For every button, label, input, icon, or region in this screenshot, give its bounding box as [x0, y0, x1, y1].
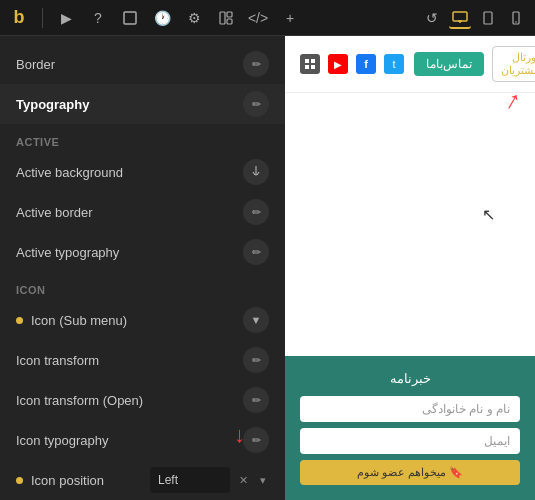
typography-edit-btn[interactable]: ✏ — [243, 91, 269, 117]
active-border-label: Active border — [16, 205, 243, 220]
footer-title: خبرنامه — [300, 371, 520, 386]
icon-position-chevron[interactable]: ▾ — [257, 472, 269, 489]
top-toolbar: b ▶ ? 🕐 ⚙ </> + ↺ — [0, 0, 535, 36]
site-nav-dropdown[interactable]: ▾ ارتباط با ما پورتال مشتریان — [492, 46, 535, 82]
site-footer-section: خبرنامه نام و نام خانوادگی ایمیل 🔖 میخوا… — [285, 356, 535, 500]
svg-rect-2 — [227, 12, 232, 17]
sidebar-item-icon-typography[interactable]: Icon typography ↓ ✏ — [0, 420, 285, 460]
site-preview: ▶ f t تماس‌باما ▾ ارتباط با ما پورتال مش… — [285, 36, 535, 500]
settings-button[interactable]: ⚙ — [183, 7, 205, 29]
play-button[interactable]: ▶ — [55, 7, 77, 29]
tablet-view-button[interactable] — [477, 7, 499, 29]
pages-button[interactable] — [119, 7, 141, 29]
refresh-button[interactable]: ↺ — [421, 7, 443, 29]
icon-submenu-chevron[interactable]: ▼ — [243, 307, 269, 333]
sidebar-item-icon-submenu[interactable]: Icon (Sub menu) ▼ — [0, 300, 285, 340]
sidebar-item-icon-transform-open[interactable]: Icon transform (Open) ✏ — [0, 380, 285, 420]
contact-button[interactable]: تماس‌باما — [414, 52, 484, 76]
border-label: Border — [16, 57, 243, 72]
add-button[interactable]: + — [279, 7, 301, 29]
youtube-icon: ▶ — [328, 54, 348, 74]
site-social-icons: ▶ f t — [300, 54, 404, 74]
red-arrow-icon: ↓ — [234, 422, 245, 448]
sidebar-item-active-bg[interactable]: Active background — [0, 152, 285, 192]
typography-label: Typography — [16, 97, 243, 112]
icon-transform-open-edit-btn[interactable]: ✏ — [243, 387, 269, 413]
icon-position-label: Icon position — [31, 473, 150, 488]
sidebar-item-active-border[interactable]: Active border ✏ — [0, 192, 285, 232]
active-typography-label: Active typography — [16, 245, 243, 260]
icon-typography-edit-btn[interactable]: ✏ — [243, 427, 269, 453]
site-header: ▶ f t تماس‌باما ▾ ارتباط با ما پورتال مش… — [285, 36, 535, 93]
border-edit-btn[interactable]: ✏ — [243, 51, 269, 77]
footer-email-input[interactable]: ایمیل — [300, 428, 520, 454]
svg-rect-11 — [311, 59, 315, 63]
left-sidebar: Border ✏ Typography ✏ ACTIVE Active back… — [0, 36, 285, 500]
svg-rect-0 — [124, 12, 136, 24]
svg-rect-4 — [453, 12, 467, 21]
svg-rect-10 — [305, 59, 309, 63]
icon-submenu-dot — [16, 317, 23, 324]
sidebar-item-border[interactable]: Border ✏ — [0, 44, 285, 84]
footer-name-input[interactable]: نام و نام خانوادگی — [300, 396, 520, 422]
history-button[interactable]: 🕐 — [151, 7, 173, 29]
svg-rect-7 — [484, 12, 492, 24]
svg-rect-12 — [305, 65, 309, 69]
code-button[interactable]: </> — [247, 7, 269, 29]
icon-position-dot — [16, 477, 23, 484]
icon-position-clear-btn[interactable]: ✕ — [236, 472, 251, 489]
desktop-view-button[interactable] — [449, 7, 471, 29]
sidebar-item-active-typography[interactable]: Active typography ✏ — [0, 232, 285, 272]
cursor-icon: ↖ — [482, 205, 495, 224]
icon-submenu-label: Icon (Sub menu) — [31, 313, 243, 328]
icon-transform-label: Icon transform — [16, 353, 243, 368]
sidebar-item-typography[interactable]: Typography ✏ — [0, 84, 285, 124]
twitter-icon: t — [384, 54, 404, 74]
icon-typography-label: Icon typography — [16, 433, 243, 448]
mobile-view-button[interactable] — [505, 7, 527, 29]
sidebar-item-icon-transform[interactable]: Icon transform ✏ — [0, 340, 285, 380]
toolbar-right-group: ↺ — [421, 7, 527, 29]
svg-point-9 — [515, 21, 517, 23]
section-icon: ICON — [0, 272, 285, 300]
section-active: ACTIVE — [0, 124, 285, 152]
icon-transform-edit-btn[interactable]: ✏ — [243, 347, 269, 373]
toolbar-separator — [42, 8, 43, 28]
sidebar-item-icon-position[interactable]: Icon position Left ✕ ▾ — [0, 460, 285, 500]
grid-social-icon — [300, 54, 320, 74]
layout-button[interactable] — [215, 7, 237, 29]
icon-position-value[interactable]: Left — [150, 467, 230, 493]
icon-position-dropdown[interactable]: Left ✕ ▾ — [150, 467, 269, 493]
preview-area: ▶ f t تماس‌باما ▾ ارتباط با ما پورتال مش… — [285, 36, 535, 500]
active-border-edit-btn[interactable]: ✏ — [243, 199, 269, 225]
cursor-area: ↖ — [285, 93, 535, 356]
footer-submit-btn[interactable]: 🔖 میخواهم عضو شوم — [300, 460, 520, 485]
svg-rect-13 — [311, 65, 315, 69]
right-content: ▶ f t تماس‌باما ▾ ارتباط با ما پورتال مش… — [285, 36, 535, 500]
active-bg-color-btn[interactable] — [243, 159, 269, 185]
svg-rect-3 — [227, 19, 232, 24]
main-layout: Border ✏ Typography ✏ ACTIVE Active back… — [0, 36, 535, 500]
facebook-icon: f — [356, 54, 376, 74]
svg-rect-1 — [220, 12, 225, 24]
site-nav: تماس‌باما ▾ ارتباط با ما پورتال مشتریان — [414, 46, 535, 82]
logo-icon: b — [8, 7, 30, 28]
active-bg-label: Active background — [16, 165, 243, 180]
help-button[interactable]: ? — [87, 7, 109, 29]
active-typography-edit-btn[interactable]: ✏ — [243, 239, 269, 265]
icon-transform-open-label: Icon transform (Open) — [16, 393, 243, 408]
nav-dropdown-text: پورتال مشتریان — [501, 51, 535, 77]
